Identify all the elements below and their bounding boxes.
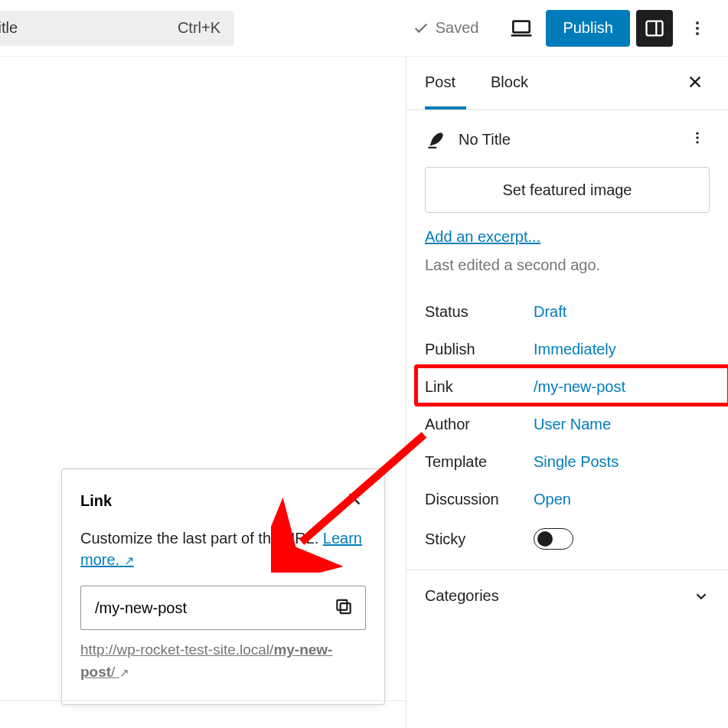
editor-top-bar: Title Ctrl+K Saved Publish xyxy=(0,0,728,57)
publish-button[interactable]: Publish xyxy=(546,10,630,47)
check-icon xyxy=(413,20,429,37)
popover-help-text: Customize the last part of the URL. Lear… xyxy=(80,527,366,570)
copy-icon xyxy=(334,597,354,617)
last-edited-text: Last edited a second ago. xyxy=(425,256,710,274)
sticky-toggle[interactable] xyxy=(534,528,573,550)
options-menu[interactable] xyxy=(679,10,716,47)
post-title-row: No Title xyxy=(425,126,710,153)
add-excerpt-link[interactable]: Add an excerpt... xyxy=(425,228,540,246)
svg-rect-2 xyxy=(647,21,663,35)
tab-block[interactable]: Block xyxy=(491,57,539,109)
dots-vertical-icon xyxy=(688,19,707,38)
popover-title: Link xyxy=(80,492,112,510)
template-value[interactable]: Single Posts xyxy=(534,453,619,471)
sidebar-close-button[interactable] xyxy=(681,67,710,100)
svg-rect-0 xyxy=(514,21,530,32)
discussion-row: Discussion Open xyxy=(425,491,710,508)
sticky-row: Sticky xyxy=(425,528,710,550)
sidebar-icon xyxy=(644,18,665,39)
template-row: Template Single Posts xyxy=(425,453,710,471)
dots-vertical-icon xyxy=(690,130,705,145)
post-actions-menu[interactable] xyxy=(685,126,710,153)
svg-point-16 xyxy=(696,141,698,143)
svg-point-5 xyxy=(696,27,699,30)
status-row: Status Draft xyxy=(425,303,710,321)
publish-label: Publish xyxy=(425,341,534,358)
editor-canvas[interactable]: Link Customize the last part of the URL.… xyxy=(0,57,406,728)
sticky-label: Sticky xyxy=(425,530,534,548)
chevron-down-icon xyxy=(693,588,710,605)
external-link-icon: ↗ xyxy=(119,664,129,682)
shortcut-hint: Ctrl+K xyxy=(178,19,220,37)
permalink-preview[interactable]: http://wp-rocket-test-site.local/my-new-… xyxy=(80,641,332,680)
link-row: Link /my-new-post xyxy=(425,378,710,396)
post-type-icon xyxy=(425,129,445,149)
status-label: Status xyxy=(425,303,534,321)
link-popover: Link Customize the last part of the URL.… xyxy=(61,468,385,705)
svg-point-4 xyxy=(696,21,699,24)
categories-panel[interactable]: Categories xyxy=(425,570,710,623)
settings-sidebar: Post Block No Title Set featured image A… xyxy=(406,57,728,728)
link-value[interactable]: /my-new-post xyxy=(534,378,625,396)
template-label: Template xyxy=(425,453,534,471)
link-label: Link xyxy=(425,378,534,396)
discussion-label: Discussion xyxy=(425,491,534,508)
svg-point-14 xyxy=(696,132,698,135)
settings-panel-toggle[interactable] xyxy=(636,10,673,47)
author-label: Author xyxy=(425,416,534,433)
external-link-icon: ↗ xyxy=(124,554,134,567)
sidebar-tabs: Post Block xyxy=(406,57,728,110)
copy-link-button[interactable] xyxy=(329,593,358,624)
discussion-value[interactable]: Open xyxy=(534,491,571,508)
svg-point-15 xyxy=(696,136,698,139)
author-value[interactable]: User Name xyxy=(534,416,611,433)
document-title-placeholder: Title xyxy=(0,19,18,37)
save-status: Saved xyxy=(413,19,479,37)
slug-input[interactable] xyxy=(80,586,366,630)
svg-point-6 xyxy=(696,32,699,35)
svg-rect-10 xyxy=(337,600,347,610)
close-icon xyxy=(687,73,704,90)
set-featured-image-button[interactable]: Set featured image xyxy=(425,167,710,213)
saved-label: Saved xyxy=(436,19,479,37)
tab-post[interactable]: Post xyxy=(425,57,466,109)
popover-close-button[interactable] xyxy=(343,488,366,514)
svg-rect-9 xyxy=(341,603,351,613)
editor-main: Link Customize the last part of the URL.… xyxy=(0,57,728,728)
view-button[interactable] xyxy=(503,10,540,47)
close-icon xyxy=(346,491,363,508)
author-row: Author User Name xyxy=(425,416,710,433)
status-value[interactable]: Draft xyxy=(534,303,566,321)
post-title: No Title xyxy=(459,131,685,149)
document-title-switcher[interactable]: Title Ctrl+K xyxy=(0,11,234,46)
publish-row: Publish Immediately xyxy=(425,341,710,358)
publish-value[interactable]: Immediately xyxy=(534,341,616,358)
laptop-icon xyxy=(509,16,534,41)
categories-label: Categories xyxy=(425,587,499,605)
